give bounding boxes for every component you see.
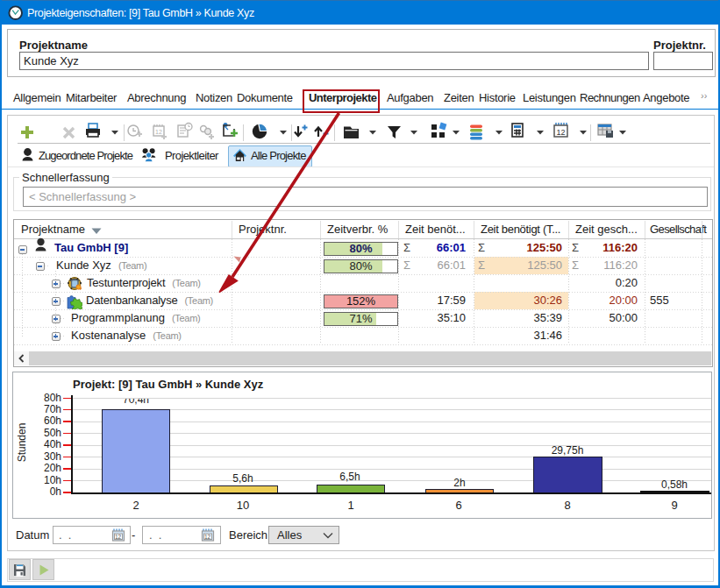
svg-text:12: 12 (115, 534, 122, 540)
svg-text:12: 12 (557, 128, 566, 137)
svg-text:12: 12 (204, 534, 211, 540)
svg-text:12: 12 (155, 129, 162, 135)
